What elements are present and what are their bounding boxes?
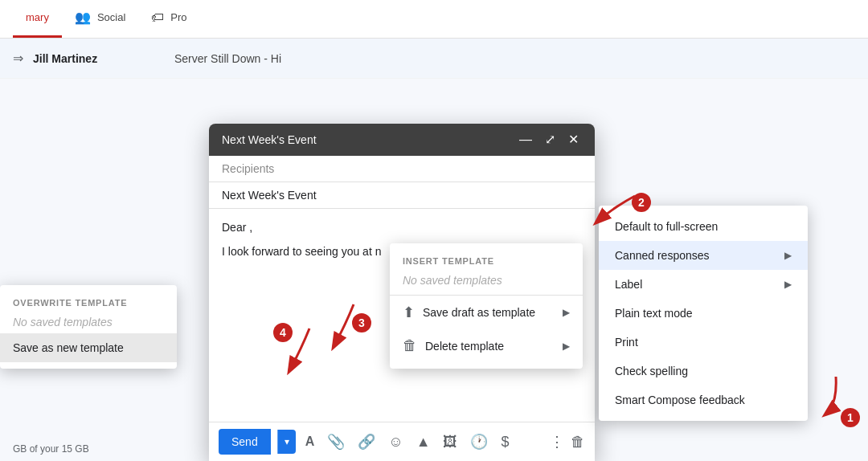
format-text-icon[interactable]: A (302, 431, 318, 452)
tab-label: Pro (170, 11, 186, 23)
tab-primary[interactable]: mary (13, 0, 62, 38)
delete-draft-icon[interactable]: 🗑 (571, 434, 585, 451)
submenu-arrow-icon: ▶ (784, 279, 792, 290)
menu-item-label: Label (615, 278, 642, 291)
menu-item-plaintext[interactable]: Plain text mode (599, 299, 808, 328)
gmail-background: mary 👥 Social 🏷 Pro ⇒ Jill Martinez Serv… (0, 0, 868, 461)
save-new-template-item[interactable]: Save as new template (0, 333, 177, 362)
link-icon[interactable]: 🔗 (354, 430, 379, 454)
save-draft-arrow-icon: ▶ (563, 307, 570, 318)
recipients-field[interactable]: Recipients (209, 156, 595, 182)
menu-item-smart-compose[interactable]: Smart Compose feedback (599, 386, 808, 414)
email-row[interactable]: ⇒ Jill Martinez Server Still Down - Hi (0, 39, 868, 79)
attach-icon[interactable]: 📎 (324, 430, 348, 454)
save-draft-template-item[interactable]: ⬆ Save draft as template ▶ (390, 295, 583, 329)
recipients-label: Recipients (222, 162, 274, 175)
menu-item-label: Plain text mode (615, 307, 693, 320)
context-menu: Default to full-screen Canned responses … (599, 206, 808, 421)
save-draft-label: Save draft as template (423, 306, 535, 319)
email-subject: Server Still Down - Hi (174, 52, 281, 65)
compose-header: Next Week's Event — ⤢ ✕ (209, 124, 595, 156)
email-sender: Jill Martinez (33, 52, 162, 65)
menu-item-label[interactable]: Label ▶ (599, 270, 808, 299)
menu-item-print[interactable]: Print (599, 328, 808, 357)
submenu-arrow-icon: ▶ (784, 250, 792, 261)
tab-label: Social (97, 11, 125, 23)
overwrite-template-label: OVERWRITE TEMPLATE (0, 292, 177, 311)
compose-title: Next Week's Event (222, 133, 317, 146)
minimize-button[interactable]: — (516, 132, 535, 148)
delete-template-label: Delete template (425, 340, 504, 353)
menu-item-fullscreen[interactable]: Default to full-screen (599, 212, 808, 241)
delete-template-icon: 🗑 (403, 337, 417, 354)
subject-field[interactable]: Next Week's Event (209, 182, 595, 209)
menu-item-label: Default to full-screen (615, 220, 718, 233)
menu-item-label: Canned responses (615, 249, 710, 262)
more-options-icon[interactable]: ⋮ (550, 433, 564, 451)
annotation-1: 1 (841, 408, 860, 427)
menu-item-label: Smart Compose feedback (615, 394, 745, 406)
badge-1: 1 (841, 408, 860, 427)
tab-social[interactable]: 👥 Social (62, 0, 138, 38)
insert-template-empty: No saved templates (390, 269, 583, 292)
send-button[interactable]: Send (219, 429, 271, 455)
tab-promotions[interactable]: 🏷 Pro (138, 0, 199, 38)
delete-template-item[interactable]: 🗑 Delete template ▶ (390, 329, 583, 362)
compose-header-actions: — ⤢ ✕ (516, 132, 582, 148)
overwrite-template-empty: No saved templates (0, 311, 177, 333)
emoji-icon[interactable]: ☺ (385, 430, 406, 454)
menu-item-label: Check spelling (615, 365, 688, 377)
menu-item-label: Print (615, 336, 638, 349)
overwrite-menu: OVERWRITE TEMPLATE No saved templates Sa… (0, 285, 177, 369)
fullscreen-button[interactable]: ⤢ (542, 132, 559, 148)
tab-bar: mary 👥 Social 🏷 Pro (0, 0, 868, 39)
email-list: ⇒ Jill Martinez Server Still Down - Hi (0, 39, 868, 79)
promo-icon: 🏷 (151, 10, 164, 25)
insert-template-label: INSERT TEMPLATE (390, 250, 583, 269)
schedule-icon[interactable]: 🕐 (467, 430, 491, 454)
compose-toolbar: Send ▾ A 📎 🔗 ☺ ▲ 🖼 🕐 $ ⋮ 🗑 (209, 422, 595, 461)
body-line1: Dear , (222, 218, 582, 236)
menu-item-spelling[interactable]: Check spelling (599, 357, 808, 386)
template-menu: INSERT TEMPLATE No saved templates ⬆ Sav… (390, 243, 583, 369)
close-button[interactable]: ✕ (565, 132, 582, 148)
gmail-footer: GB of your 15 GB (0, 437, 102, 461)
send-dropdown-button[interactable]: ▾ (277, 430, 296, 454)
drive-icon[interactable]: ▲ (413, 430, 434, 454)
money-icon[interactable]: $ (497, 430, 512, 454)
reply-icon: ⇒ (13, 51, 23, 66)
menu-item-canned[interactable]: Canned responses ▶ (599, 241, 808, 270)
delete-template-arrow-icon: ▶ (563, 341, 570, 352)
storage-text: GB of your 15 GB (13, 443, 89, 455)
save-draft-icon: ⬆ (403, 304, 415, 321)
tab-label: mary (26, 11, 49, 23)
photo-icon[interactable]: 🖼 (440, 430, 461, 454)
subject-text: Next Week's Event (222, 189, 317, 202)
social-icon: 👥 (75, 10, 91, 25)
